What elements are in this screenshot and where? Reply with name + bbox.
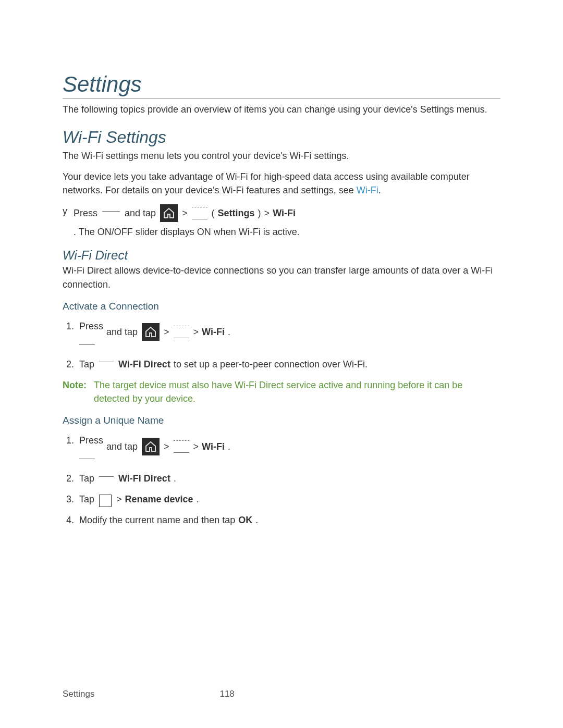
close-paren: ) — [258, 206, 261, 220]
note-text: The target device must also have Wi-Fi D… — [94, 378, 500, 405]
tap-label: Tap — [79, 357, 94, 371]
wifi-direct-intro: Wi-Fi Direct allows device-to-device con… — [63, 264, 500, 291]
step-number: 1. — [63, 434, 74, 459]
step-content: Tap > Rename device. — [79, 492, 199, 506]
tap-label: Tap — [79, 492, 94, 506]
andtap-label: and tap — [125, 206, 156, 220]
wifi-direct-heading: Wi-Fi Direct — [63, 248, 500, 263]
step-content: Modify the current name and then tap OK. — [79, 513, 258, 527]
placeholder-icon — [79, 344, 95, 345]
assign-heading: Assign a Unique Name — [63, 415, 500, 426]
placeholder-icon — [99, 362, 114, 362]
assign-step-4: 4. Modify the current name and then tap … — [63, 513, 500, 527]
wifi-step-content: Press and tap > (Settings) > Wi-Fi. The … — [74, 204, 470, 239]
wifi-link[interactable]: Wi-Fi — [357, 185, 378, 195]
gt: > — [193, 440, 199, 453]
footer-section: Settings — [63, 689, 94, 699]
wifi-breadcrumb: Wi-Fi — [273, 206, 296, 220]
wifi-step-row: y Press and tap > (Settings) > Wi-Fi. Th… — [63, 204, 500, 239]
step-number: 2. — [63, 357, 74, 371]
wifi-direct-bold: Wi-Fi Direct — [118, 472, 170, 485]
activate-heading: Activate a Connection — [63, 301, 500, 312]
open-paren: ( — [212, 206, 215, 220]
wifi-p2: Your device lets you take advantage of W… — [63, 170, 500, 197]
step-number: 4. — [63, 513, 74, 527]
tap-label: Tap — [79, 472, 94, 485]
andtap-label: and tap — [106, 325, 138, 339]
press-label: Press — [79, 319, 103, 333]
assign-step-3: 3. Tap > Rename device. — [63, 492, 500, 506]
page-footer: Settings 118 — [63, 689, 500, 699]
note-block: Note: The target device must also have W… — [63, 378, 500, 405]
step-content: Tap Wi-Fi Direct. — [79, 472, 176, 485]
gt: > — [164, 325, 169, 339]
assign-step-2: 2. Tap Wi-Fi Direct. — [63, 472, 500, 485]
wifi-bold: Wi-Fi — [202, 325, 225, 339]
placeholder-icon — [174, 326, 189, 338]
footer-page-number: 118 — [219, 689, 234, 699]
activate-step-2: 2. Tap Wi-Fi Direct to set up a peer-to-… — [63, 357, 500, 371]
intro-paragraph: The following topics provide an overview… — [63, 103, 500, 116]
andtap-label: and tap — [106, 440, 138, 453]
press-label: Press — [74, 206, 97, 220]
wifi-settings-heading: Wi-Fi Settings — [63, 128, 500, 147]
gt-2: > — [264, 206, 270, 220]
home-icon — [142, 323, 160, 341]
gt: > — [193, 325, 199, 339]
page: Settings The following topics provide an… — [0, 0, 563, 728]
home-icon — [160, 204, 178, 222]
placeholder-icon — [192, 207, 207, 219]
ok-bold: OK — [238, 513, 252, 527]
activate-step-1: 1. Press and tap > > Wi-Fi. — [63, 319, 500, 345]
gt: > — [164, 440, 169, 453]
wifi-step-suffix: . The ON/OFF slider displays ON when Wi-… — [74, 225, 300, 239]
placeholder-icon — [102, 211, 120, 212]
step-content: Tap Wi-Fi Direct to set up a peer-to-pee… — [79, 357, 368, 371]
step4-text: Modify the current name and then tap — [79, 513, 235, 527]
placeholder-icon — [99, 495, 112, 507]
wifi-p2-text: Your device lets you take advantage of W… — [63, 171, 470, 195]
wifi-bold: Wi-Fi — [202, 440, 225, 453]
assign-step-1: 1. Press and tap > > Wi-Fi. — [63, 434, 500, 459]
wifi-direct-bold: Wi-Fi Direct — [118, 357, 170, 371]
step2-suffix: to set up a peer-to-peer connection over… — [174, 357, 368, 371]
press-label: Press — [79, 434, 103, 447]
rename-device-bold: Rename device — [125, 492, 193, 506]
settings-breadcrumb: Settings — [218, 206, 255, 220]
step-content: Press and tap > > Wi-Fi. — [79, 434, 230, 459]
step-number: 3. — [63, 492, 74, 506]
page-title: Settings — [63, 72, 500, 98]
placeholder-icon — [99, 476, 114, 477]
gt: > — [116, 492, 122, 506]
step-content: Press and tap > > Wi-Fi. — [79, 319, 230, 345]
note-label: Note: — [63, 378, 90, 405]
home-icon — [142, 438, 160, 455]
wifi-p1: The Wi-Fi settings menu lets you control… — [63, 149, 500, 163]
step-number: 1. — [63, 319, 74, 345]
placeholder-icon — [79, 459, 95, 459]
bullet-marker: y — [63, 204, 67, 239]
gt-1: > — [182, 206, 188, 220]
placeholder-icon — [174, 440, 189, 453]
step-number: 2. — [63, 472, 74, 485]
